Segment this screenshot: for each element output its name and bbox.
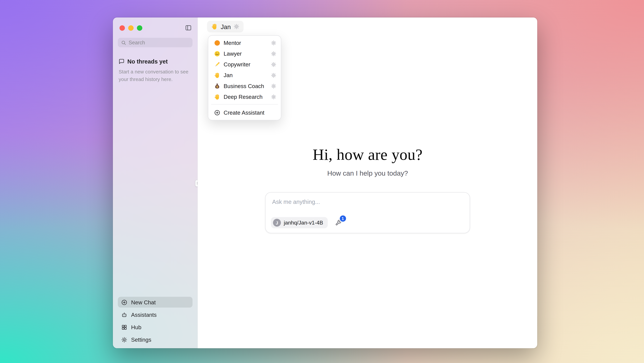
tools-count-badge: 1 — [340, 215, 346, 222]
main-header: Jan — [198, 18, 537, 36]
money-bag-emoji: $ — [214, 83, 220, 89]
zipper-face-emoji — [214, 51, 220, 57]
model-avatar: J — [273, 219, 281, 227]
tools-button[interactable]: 1 — [334, 219, 342, 227]
sidebar-item-settings[interactable]: Settings — [118, 334, 192, 345]
menu-item-copywriter[interactable]: Copywriter — [210, 59, 279, 70]
assistant-selector-button[interactable]: Jan — [207, 21, 244, 33]
menu-item-lawyer[interactable]: Lawyer — [210, 48, 279, 59]
menu-item-label: Lawyer — [224, 51, 267, 57]
gear-icon — [271, 83, 276, 89]
assistant-settings-button[interactable] — [270, 82, 277, 89]
assistant-settings-button[interactable] — [270, 93, 277, 100]
desktop-background: No threads yet Start a new conversation … — [0, 0, 644, 363]
assistant-settings-button[interactable] — [270, 61, 277, 68]
panel-left-icon — [185, 25, 192, 31]
empty-state-title: No threads yet — [127, 58, 168, 65]
close-button[interactable] — [120, 25, 125, 31]
menu-divider — [211, 104, 278, 105]
zoom-button[interactable] — [137, 25, 142, 31]
plus-circle-icon — [214, 109, 220, 116]
waving-hand-emoji — [214, 72, 220, 78]
assistant-menu: Mentor Lawyer Copywriter — [208, 35, 281, 120]
sidebar-topbar — [118, 22, 192, 33]
message-square-icon — [118, 59, 124, 64]
menu-item-label: Copywriter — [224, 61, 267, 67]
composer-input[interactable] — [266, 193, 470, 214]
empty-state-header: No threads yet — [118, 57, 192, 66]
menu-item-label: Jan — [224, 72, 267, 78]
sidebar-item-hub[interactable]: Hub — [118, 322, 192, 332]
nav-label: New Chat — [131, 299, 189, 305]
nav-label: Assistants — [131, 311, 189, 318]
menu-item-label: Create Assistant — [224, 109, 277, 116]
orange-circle-emoji — [214, 40, 220, 46]
assistant-settings-button[interactable] — [270, 39, 277, 46]
menu-item-mentor[interactable]: Mentor — [210, 37, 279, 48]
composer: J janhq/Jan-v1-4B 1 — [265, 192, 470, 233]
gear-icon — [271, 94, 276, 99]
window-controls — [118, 25, 142, 31]
create-assistant-item[interactable]: Create Assistant — [210, 107, 279, 118]
grid-icon — [121, 324, 127, 330]
gear-icon — [271, 62, 276, 67]
assistant-name: Jan — [221, 23, 231, 30]
gear-icon — [271, 40, 276, 45]
menu-item-jan[interactable]: Jan — [210, 70, 279, 81]
menu-item-label: Mentor — [224, 40, 267, 46]
assistant-settings-button[interactable] — [270, 50, 277, 57]
model-name: janhq/Jan-v1-4B — [284, 220, 323, 226]
sidebar: No threads yet Start a new conversation … — [113, 18, 198, 348]
nav-label: Settings — [131, 336, 189, 343]
model-selector[interactable]: J janhq/Jan-v1-4B — [271, 217, 328, 228]
greeting-subtitle: How can I help you today? — [198, 169, 537, 177]
greeting: Hi, how are you? How can I help you toda… — [198, 145, 537, 177]
plus-circle-icon — [121, 299, 127, 305]
sidebar-item-new-chat[interactable]: New Chat — [118, 297, 192, 307]
empty-state-description: Start a new conversation to see your thr… — [118, 68, 192, 83]
composer-toolbar: J janhq/Jan-v1-4B 1 — [271, 217, 342, 228]
minimize-button[interactable] — [128, 25, 134, 31]
gear-icon — [271, 51, 276, 56]
svg-text:$: $ — [216, 85, 218, 88]
sidebar-item-assistants[interactable]: Assistants — [118, 309, 192, 320]
sidebar-nav: New Chat Assistants Hub Settings — [118, 297, 192, 345]
threads-empty-state: No threads yet Start a new conversation … — [118, 57, 192, 83]
pencil-emoji — [214, 61, 220, 67]
greeting-title: Hi, how are you? — [198, 145, 537, 164]
app-window: No threads yet Start a new conversation … — [113, 18, 537, 348]
nav-label: Hub — [131, 324, 189, 330]
search-input[interactable] — [129, 40, 189, 46]
gear-icon — [121, 336, 127, 343]
gear-icon[interactable] — [234, 24, 240, 30]
waving-hand-emoji — [214, 94, 220, 100]
main-panel: Jan Mentor Lawyer — [198, 18, 537, 348]
search-box[interactable] — [118, 38, 192, 47]
toggle-sidebar-button[interactable] — [184, 24, 192, 32]
gear-icon — [271, 73, 276, 78]
waving-hand-emoji — [211, 23, 218, 30]
bot-icon — [121, 311, 127, 318]
assistant-settings-button[interactable] — [270, 72, 277, 79]
search-icon — [121, 40, 126, 45]
menu-item-label: Business Coach — [224, 83, 267, 89]
menu-item-label: Deep Research — [224, 94, 267, 100]
menu-item-business-coach[interactable]: $ Business Coach — [210, 81, 279, 91]
menu-item-deep-research[interactable]: Deep Research — [210, 91, 279, 102]
